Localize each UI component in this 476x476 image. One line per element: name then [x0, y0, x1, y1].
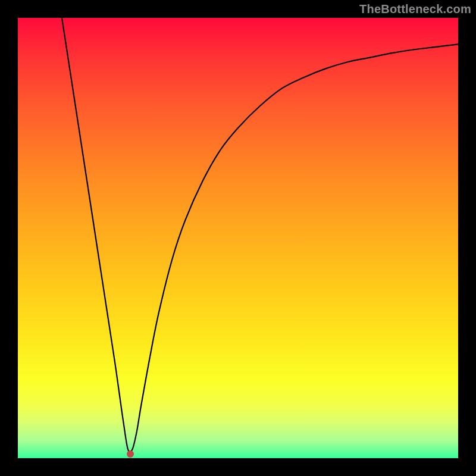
- bottleneck-curve: [18, 18, 458, 458]
- chart-frame: TheBottleneck.com: [0, 0, 476, 476]
- plot-area: [18, 18, 458, 458]
- optimum-marker: [127, 450, 134, 458]
- watermark-text: TheBottleneck.com: [359, 2, 471, 16]
